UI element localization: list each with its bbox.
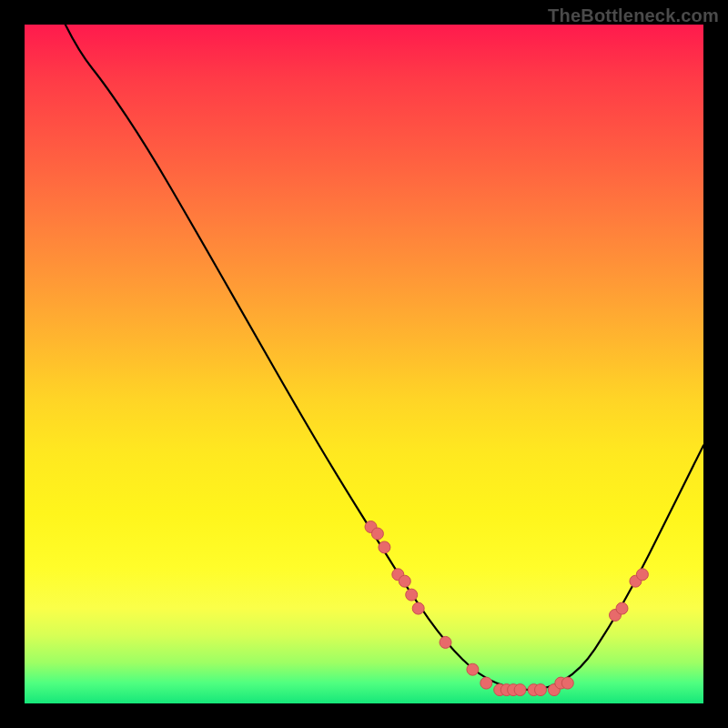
data-point xyxy=(412,602,424,614)
bottleneck-curve xyxy=(66,25,703,690)
chart-plot-area xyxy=(25,25,703,703)
data-point xyxy=(535,684,547,696)
data-point xyxy=(616,602,628,614)
watermark-text: TheBottleneck.com xyxy=(548,5,719,26)
data-point xyxy=(379,541,390,553)
data-point xyxy=(561,677,573,689)
data-point xyxy=(636,569,648,581)
data-point xyxy=(467,663,479,675)
data-point xyxy=(399,575,410,587)
chart-svg xyxy=(25,25,703,703)
data-point xyxy=(371,528,383,540)
data-points-group xyxy=(365,521,648,696)
data-point xyxy=(440,636,451,648)
data-point xyxy=(514,684,526,696)
data-point xyxy=(406,589,418,601)
data-point xyxy=(480,677,492,689)
